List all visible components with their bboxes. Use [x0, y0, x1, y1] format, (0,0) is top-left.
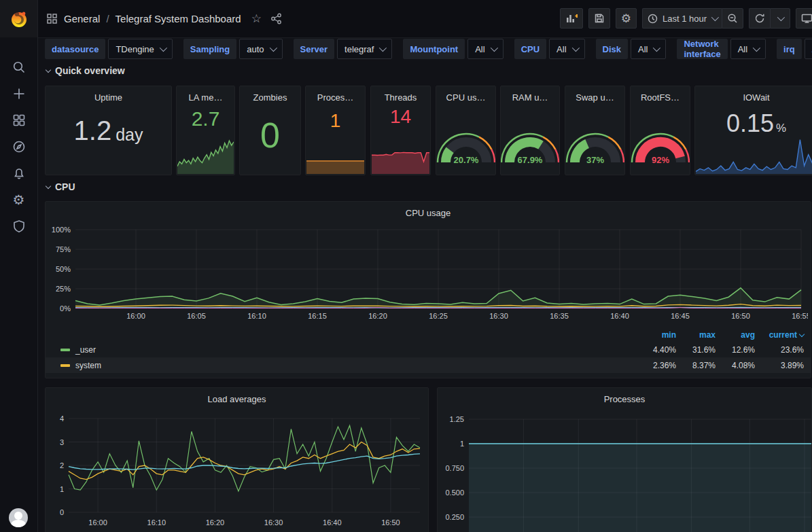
- variable-value-dropdown[interactable]: All: [631, 39, 666, 59]
- variable-value-dropdown[interactable]: auto: [239, 39, 282, 59]
- variable-label: Sampling: [183, 39, 237, 59]
- variable-mountpoint: Mountpoint All: [403, 39, 503, 59]
- variable-value-dropdown[interactable]: All: [467, 39, 503, 59]
- panel-load-averages: Load averages 0123416:0016:1016:2016:301…: [45, 387, 429, 532]
- stat-value: 1: [330, 111, 341, 130]
- svg-text:1: 1: [460, 440, 464, 448]
- stat-unit: day: [116, 125, 143, 145]
- svg-text:16:00: 16:00: [126, 312, 145, 320]
- dashboard-settings-button[interactable]: ⚙: [616, 8, 637, 29]
- svg-text:16:20: 16:20: [368, 312, 387, 320]
- svg-text:100%: 100%: [52, 226, 71, 234]
- row-quick-overview[interactable]: Quick overview: [46, 65, 125, 76]
- load-averages-chart[interactable]: 0123416:0016:1016:2016:3016:4016:50: [48, 408, 425, 532]
- variable-label: irq: [777, 39, 802, 59]
- legend-sort-min[interactable]: min: [637, 330, 676, 340]
- svg-text:16:40: 16:40: [323, 518, 342, 527]
- create-plus-icon[interactable]: [6, 86, 32, 101]
- svg-text:50%: 50%: [56, 265, 71, 273]
- gauge: 37%: [565, 127, 625, 171]
- sort-chevron-icon: [799, 332, 805, 337]
- cpu-usage-chart[interactable]: 0%25%50%75%100%16:0016:0516:1016:1516:20…: [48, 222, 808, 324]
- panel-title[interactable]: CPU usage: [46, 202, 811, 218]
- row-title: CPU: [55, 181, 75, 192]
- dashboards-icon[interactable]: [6, 113, 32, 128]
- grafana-logo[interactable]: [0, 0, 37, 37]
- kiosk-mode-button[interactable]: [796, 8, 812, 29]
- svg-text:37%: 37%: [586, 155, 603, 165]
- stat-value: 2.7: [192, 109, 220, 129]
- server-admin-shield-icon[interactable]: [6, 219, 32, 234]
- variable-network-interface: Network interface All: [677, 39, 766, 59]
- svg-text:16:10: 16:10: [247, 312, 266, 320]
- panel-title[interactable]: RootFS…: [631, 86, 690, 103]
- save-dashboard-button[interactable]: [588, 8, 610, 29]
- legend-header-row: min max avg current: [46, 328, 811, 342]
- svg-text:16:05: 16:05: [187, 312, 206, 320]
- alerting-bell-icon[interactable]: [6, 166, 32, 181]
- apps-grid-icon: [46, 13, 58, 24]
- svg-text:1.25: 1.25: [450, 415, 464, 423]
- variable-value-dropdown[interactable]: All: [730, 39, 766, 59]
- panel-swap-usage-gauge: Swap u… 37%: [565, 86, 625, 175]
- legend-series-toggle[interactable]: system: [60, 361, 637, 370]
- time-controls: Last 1 hour: [642, 8, 743, 29]
- variable-server: Server telegraf: [294, 39, 393, 59]
- user-avatar[interactable]: [9, 508, 28, 527]
- variable-label: Mountpoint: [403, 39, 465, 59]
- chevron-down-icon: [379, 44, 387, 52]
- svg-text:16:20: 16:20: [206, 518, 225, 527]
- legend-sort-avg[interactable]: avg: [716, 330, 755, 340]
- explore-compass-icon[interactable]: [6, 139, 32, 154]
- panel-title[interactable]: Processes: [438, 388, 811, 404]
- gauge: 67.9%: [500, 127, 560, 171]
- legend-row-system: system 2.36% 8.37% 4.08% 3.89%: [46, 357, 811, 373]
- legend-series-toggle[interactable]: iowait: [60, 376, 637, 379]
- svg-text:16:45: 16:45: [671, 312, 690, 320]
- chevron-down-icon: [46, 67, 51, 72]
- variable-disk: Disk All: [596, 39, 667, 59]
- cpu-usage-legend: min max avg current _user 4.40% 31.6% 12…: [46, 328, 811, 378]
- panel-title[interactable]: Swap u…: [565, 86, 624, 103]
- gauge: 20.7%: [436, 127, 496, 171]
- legend-series-toggle[interactable]: _user: [60, 345, 637, 355]
- star-icon[interactable]: ☆: [251, 12, 262, 26]
- time-range-picker[interactable]: Last 1 hour: [642, 8, 722, 29]
- stat-value: 14: [390, 107, 411, 126]
- share-icon[interactable]: [270, 13, 282, 24]
- chevron-down-icon: [753, 44, 760, 52]
- sparkline: [372, 140, 429, 174]
- variable-value-dropdown[interactable]: All: [549, 39, 584, 59]
- legend-row-iowait: iowait 0.626% 4.11% 1.18% 1.24%: [46, 373, 811, 378]
- breadcrumb-folder[interactable]: General: [64, 13, 100, 24]
- panel-processes: Processes 0.2500.5000.75011.25: [437, 387, 812, 532]
- stat-value: 0: [260, 118, 280, 153]
- refresh-interval-dropdown[interactable]: [770, 8, 790, 29]
- legend-sort-current[interactable]: current: [755, 330, 804, 340]
- configuration-gear-icon[interactable]: ⚙: [6, 192, 32, 207]
- add-panel-button[interactable]: [560, 8, 583, 29]
- svg-text:16:15: 16:15: [308, 312, 327, 320]
- variable-value-dropdown[interactable]: All: [805, 39, 812, 59]
- variable-value-dropdown[interactable]: TDengine: [108, 39, 172, 59]
- legend-sort-max[interactable]: max: [676, 330, 716, 340]
- zoom-out-time-button[interactable]: [722, 8, 743, 29]
- svg-text:16:10: 16:10: [147, 518, 166, 527]
- series-swatch: [60, 349, 70, 351]
- variable-label: CPU: [514, 39, 546, 59]
- refresh-button[interactable]: [749, 8, 770, 29]
- panel-title[interactable]: RAM u…: [501, 86, 559, 103]
- chevron-down-icon: [46, 183, 51, 188]
- panel-title[interactable]: Load averages: [46, 388, 428, 404]
- processes-chart[interactable]: 0.2500.5000.75011.25: [440, 408, 811, 532]
- variable-value-dropdown[interactable]: telegraf: [337, 39, 392, 59]
- row-cpu[interactable]: CPU: [46, 181, 75, 192]
- grafana-logo-icon: [9, 9, 29, 29]
- gauge: 92%: [630, 127, 690, 171]
- dashboard-title[interactable]: Telegraf System Dashboard: [116, 13, 241, 24]
- panel-title[interactable]: CPU us…: [436, 86, 495, 103]
- search-icon[interactable]: [6, 60, 32, 75]
- stat-value: 0.15: [726, 111, 774, 136]
- panel-la-medium: LA me… 2.7: [176, 86, 235, 175]
- stat-unit: %: [776, 122, 786, 135]
